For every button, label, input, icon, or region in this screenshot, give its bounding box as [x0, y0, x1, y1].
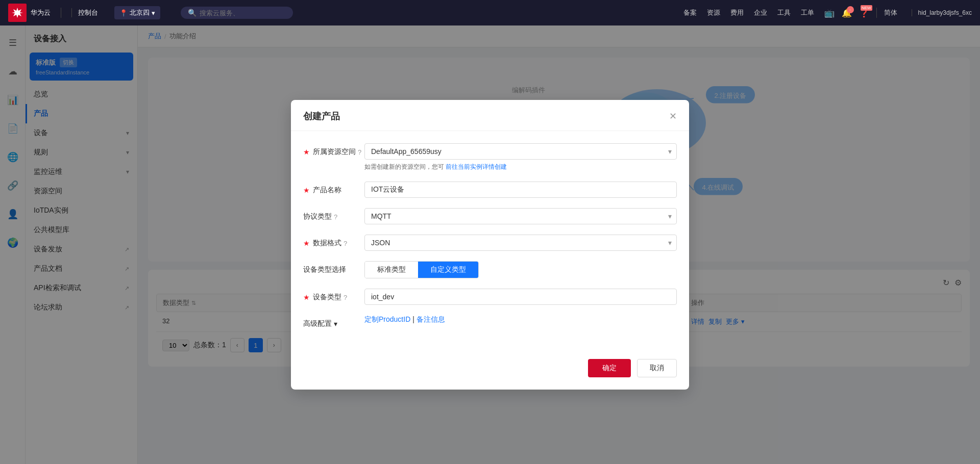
modal-title: 创建产品: [303, 110, 340, 122]
separator: |: [412, 315, 416, 323]
modal-body: ★ 所属资源空间 ? DefaultApp_65659usy ▾ 如需创建新的资…: [291, 131, 689, 351]
advanced-config-row: 高级配置 ▾ 定制ProductID | 备注信息: [303, 315, 677, 328]
resource-space-hint: 如需创建新的资源空间，您可 前往当前实例详情创建: [364, 163, 677, 171]
device-type-choice-label: 设备类型选择: [303, 261, 364, 274]
protocol-type-label: 协议类型 ?: [303, 208, 364, 221]
help-icon[interactable]: ❓NEW: [859, 8, 869, 18]
product-name-label: ★ 产品名称: [303, 182, 364, 195]
search-icon: 🔍: [188, 9, 197, 17]
resource-space-hint-link[interactable]: 前往当前实例详情创建: [446, 163, 507, 170]
search-bar[interactable]: 🔍: [181, 7, 293, 19]
data-format-select[interactable]: JSON 二进制码流: [364, 235, 677, 251]
protocol-type-control: MQTT CoAP HTTP LWM2M ▾: [364, 208, 677, 224]
device-type-row: ★ 设备类型 ?: [303, 289, 677, 305]
user-account[interactable]: hid_larby3djsfs_6xc: [912, 9, 972, 16]
custom-product-id-link[interactable]: 定制ProductID: [364, 315, 410, 323]
protocol-type-help-icon[interactable]: ?: [334, 213, 337, 221]
data-format-row: ★ 数据格式 ? JSON 二进制码流 ▾: [303, 235, 677, 251]
chevron-down-icon: ▾: [334, 320, 337, 328]
cancel-button[interactable]: 取消: [637, 359, 677, 377]
data-format-label: ★ 数据格式 ?: [303, 235, 364, 248]
resource-space-select[interactable]: DefaultApp_65659usy: [364, 143, 677, 160]
new-badge: NEW: [861, 5, 872, 11]
nav-links: 备案 资源 费用 企业 工具 工单: [683, 8, 814, 17]
resource-space-help-icon[interactable]: ?: [358, 148, 361, 156]
icon-divider: [876, 8, 877, 18]
logo: 华为云: [8, 4, 51, 22]
location-icon: 📍: [119, 9, 128, 17]
remark-info-link[interactable]: 备注信息: [416, 315, 445, 323]
required-mark: ★: [303, 148, 310, 156]
device-type-label: ★ 设备类型 ?: [303, 289, 364, 302]
device-type-toggle: 标准类型 自定义类型: [364, 261, 479, 278]
nav-beian[interactable]: 备案: [683, 8, 697, 17]
nav-workorder[interactable]: 工单: [801, 8, 814, 17]
standard-type-button[interactable]: 标准类型: [365, 262, 418, 278]
resource-space-row: ★ 所属资源空间 ? DefaultApp_65659usy ▾ 如需创建新的资…: [303, 143, 677, 171]
modal-close-button[interactable]: ✕: [669, 111, 677, 122]
language-selector[interactable]: 简体: [884, 8, 897, 17]
protocol-type-select-wrap: MQTT CoAP HTTP LWM2M ▾: [364, 208, 677, 224]
device-type-input[interactable]: [364, 289, 677, 305]
data-format-control: JSON 二进制码流 ▾: [364, 235, 677, 251]
huawei-logo-icon: [8, 4, 27, 22]
custom-type-button[interactable]: 自定义类型: [418, 262, 478, 278]
device-type-control: [364, 289, 677, 305]
modal-footer: 确定 取消: [291, 351, 689, 390]
video-icon[interactable]: 📺: [824, 8, 835, 18]
region-selector[interactable]: 📍 北京四 ▾: [114, 6, 160, 19]
nav-enterprise[interactable]: 企业: [754, 8, 767, 17]
control-console[interactable]: 控制台: [71, 8, 104, 17]
protocol-type-row: 协议类型 ? MQTT CoAP HTTP LWM2M ▾: [303, 208, 677, 224]
search-input[interactable]: [200, 9, 286, 17]
device-type-help-icon[interactable]: ?: [344, 294, 347, 301]
nav-resource[interactable]: 资源: [707, 8, 720, 17]
protocol-type-select[interactable]: MQTT CoAP HTTP LWM2M: [364, 208, 677, 224]
bell-icon[interactable]: 🔔·: [842, 8, 852, 18]
advanced-config-label: 高级配置 ▾: [303, 315, 364, 328]
confirm-button[interactable]: 确定: [588, 359, 631, 377]
resource-space-control: DefaultApp_65659usy ▾ 如需创建新的资源空间，您可 前往当前…: [364, 143, 677, 171]
modal-header: 创建产品 ✕: [291, 100, 689, 131]
nav-tools[interactable]: 工具: [777, 8, 791, 17]
create-product-modal: 创建产品 ✕ ★ 所属资源空间 ? DefaultApp_65659usy ▾: [291, 100, 689, 390]
device-type-choice-row: 设备类型选择 标准类型 自定义类型: [303, 261, 677, 278]
chevron-down-icon: ▾: [152, 9, 155, 17]
modal-overlay: 创建产品 ✕ ★ 所属资源空间 ? DefaultApp_65659usy ▾: [0, 25, 980, 464]
required-mark: ★: [303, 239, 310, 247]
nav-divider: [61, 8, 61, 18]
required-mark: ★: [303, 293, 310, 301]
device-type-choice-control: 标准类型 自定义类型: [364, 261, 677, 278]
nav-cost[interactable]: 费用: [730, 8, 744, 17]
product-name-control: [364, 182, 677, 198]
data-format-select-wrap: JSON 二进制码流 ▾: [364, 235, 677, 251]
required-mark: ★: [303, 186, 310, 194]
product-name-row: ★ 产品名称: [303, 182, 677, 198]
top-navigation: 华为云 控制台 📍 北京四 ▾ 🔍 备案 资源 费用 企业 工具 工单 📺 🔔·…: [0, 0, 980, 25]
data-format-help-icon[interactable]: ?: [344, 240, 347, 247]
nav-icon-group: 📺 🔔· ❓NEW 简体: [824, 8, 897, 18]
notification-badge: ·: [847, 6, 854, 13]
resource-space-select-wrap: DefaultApp_65659usy ▾: [364, 143, 677, 160]
resource-space-label: ★ 所属资源空间 ?: [303, 143, 364, 157]
region-name: 北京四: [130, 8, 150, 17]
brand-name: 华为云: [31, 8, 51, 17]
advanced-config-control: 定制ProductID | 备注信息: [364, 315, 677, 324]
product-name-input[interactable]: [364, 182, 677, 198]
